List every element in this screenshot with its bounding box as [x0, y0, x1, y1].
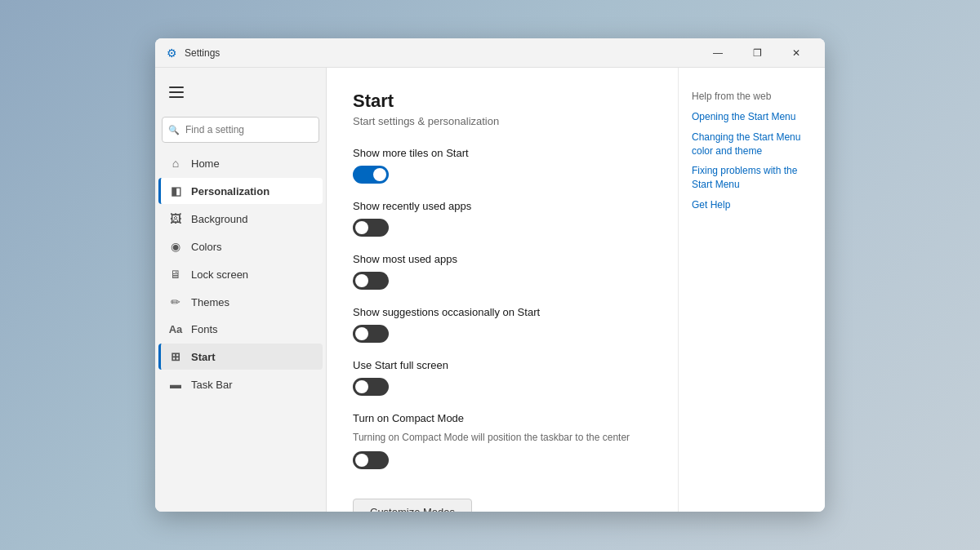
sidebar-item-label: Start	[191, 351, 216, 363]
toggle-suggestions[interactable]	[353, 325, 389, 343]
setting-label-recently-used: Show recently used apps	[353, 200, 652, 212]
sidebar-item-themes[interactable]: ✏ Themes	[158, 289, 323, 315]
customize-modes-button[interactable]: Customize Modes	[353, 499, 472, 512]
sidebar-item-fonts[interactable]: Aa Fonts	[158, 317, 323, 342]
app-icon: ⚙	[165, 47, 178, 60]
maximize-button[interactable]: ❐	[738, 40, 776, 66]
setting-label-full-screen: Use Start full screen	[353, 359, 652, 371]
sidebar-item-label: Home	[191, 157, 220, 170]
setting-full-screen: Use Start full screen	[353, 359, 652, 396]
title-bar: ⚙ Settings — ❐ ✕	[155, 38, 825, 68]
setting-most-used: Show most used apps	[353, 253, 652, 290]
sidebar-item-taskbar[interactable]: ▬ Task Bar	[158, 371, 323, 397]
sidebar-item-label: Task Bar	[191, 379, 233, 391]
sidebar-item-label: Fonts	[191, 323, 218, 335]
setting-more-tiles: Show more tiles on Start	[353, 147, 652, 184]
setting-label-most-used: Show most used apps	[353, 253, 652, 265]
sidebar-item-colors[interactable]: ◉ Colors	[158, 233, 323, 259]
window-title: Settings	[185, 47, 220, 59]
background-icon: 🖼	[168, 212, 183, 225]
setting-suggestions: Show suggestions occasionally on Start	[353, 306, 652, 343]
right-panel: Help from the web Opening the Start Menu…	[678, 68, 825, 512]
personalization-icon: ◧	[168, 184, 183, 197]
search-input[interactable]	[162, 117, 319, 143]
search-box: 🔍	[162, 117, 319, 143]
hamburger-line	[169, 86, 184, 88]
hamburger-line	[169, 91, 184, 93]
taskbar-icon: ▬	[168, 378, 183, 391]
sidebar-item-label: Personalization	[191, 185, 270, 197]
hamburger-line	[169, 96, 184, 98]
sidebar-item-label: Themes	[191, 296, 229, 308]
setting-compact-mode: Turn on Compact Mode Turning on Compact …	[353, 412, 652, 469]
setting-label-compact-mode: Turn on Compact Mode	[353, 412, 652, 424]
help-link-4[interactable]: Get Help	[692, 198, 812, 212]
start-icon: ⊞	[168, 350, 183, 363]
sidebar-item-label: Lock screen	[191, 268, 248, 281]
setting-recently-used: Show recently used apps	[353, 200, 652, 237]
colors-icon: ◉	[168, 240, 183, 253]
title-bar-left: ⚙ Settings	[165, 47, 699, 60]
sidebar-item-start[interactable]: ⊞ Start	[158, 344, 323, 370]
home-icon: ⌂	[168, 157, 183, 170]
main-content: Start Start settings & personalization S…	[327, 68, 678, 512]
fonts-icon: Aa	[168, 323, 183, 335]
toggle-recently-used[interactable]	[353, 219, 389, 237]
close-button[interactable]: ✕	[777, 40, 815, 66]
title-bar-controls: — ❐ ✕	[699, 40, 815, 66]
sidebar-item-home[interactable]: ⌂ Home	[158, 150, 323, 176]
sidebar-item-personalization[interactable]: ◧ Personalization	[158, 178, 323, 204]
page-title: Start	[353, 91, 652, 112]
sidebar: 🔍 ⌂ Home ◧ Personalization 🖼 Background …	[155, 68, 327, 512]
search-icon: 🔍	[168, 125, 180, 135]
help-link-2[interactable]: Changing the Start Menu color and theme	[692, 131, 812, 158]
toggle-full-screen[interactable]	[353, 378, 389, 396]
sidebar-item-lock-screen[interactable]: 🖥 Lock screen	[158, 261, 323, 287]
toggle-most-used[interactable]	[353, 272, 389, 290]
minimize-button[interactable]: —	[699, 40, 737, 66]
hamburger-button[interactable]	[162, 78, 191, 107]
sidebar-item-label: Background	[191, 213, 247, 225]
themes-icon: ✏	[168, 295, 183, 308]
sidebar-item-label: Colors	[191, 241, 222, 253]
help-link-1[interactable]: Opening the Start Menu	[692, 110, 812, 124]
help-link-3[interactable]: Fixing problems with the Start Menu	[692, 164, 812, 192]
settings-window: ⚙ Settings — ❐ ✕ 🔍 ⌂ Home	[155, 38, 825, 512]
setting-label-suggestions: Show suggestions occasionally on Start	[353, 306, 652, 318]
sidebar-item-background[interactable]: 🖼 Background	[158, 206, 323, 232]
toggle-compact-mode[interactable]	[353, 451, 389, 469]
page-subtitle: Start settings & personalization	[353, 115, 652, 127]
toggle-more-tiles[interactable]	[353, 166, 389, 184]
lock-screen-icon: 🖥	[168, 268, 183, 281]
setting-desc-compact-mode: Turning on Compact Mode will position th…	[353, 431, 652, 445]
content-area: 🔍 ⌂ Home ◧ Personalization 🖼 Background …	[155, 68, 825, 512]
help-title: Help from the web	[692, 91, 812, 102]
setting-label-more-tiles: Show more tiles on Start	[353, 147, 652, 159]
